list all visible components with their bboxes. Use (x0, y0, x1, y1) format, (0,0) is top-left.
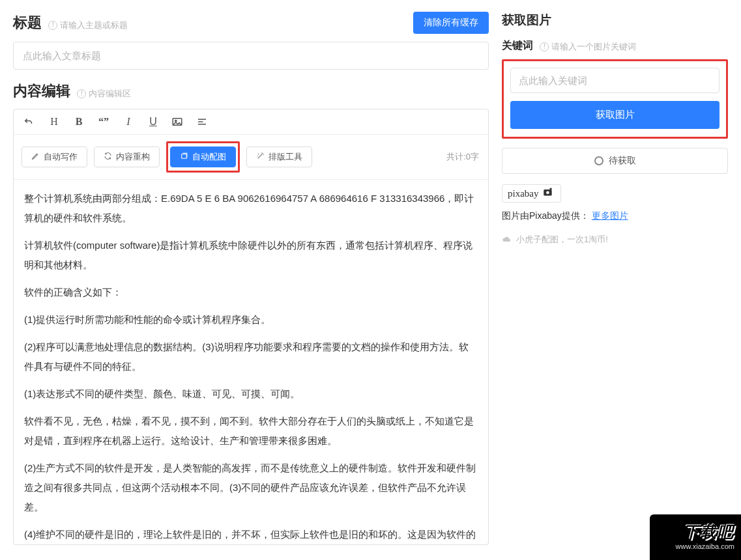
cloud-icon (502, 235, 512, 245)
article-title-input[interactable] (13, 42, 489, 70)
editor-paragraph: 计算机软件(computer software)是指计算机系统中除硬件以外的所有… (24, 236, 478, 275)
camera-icon (542, 188, 555, 199)
info-icon: ! (540, 42, 549, 51)
underline-icon[interactable]: U (147, 116, 160, 128)
info-icon: ! (77, 89, 86, 98)
image-icon[interactable] (171, 116, 184, 128)
content-hint: ! 内容编辑区 (77, 88, 131, 100)
editor-paragraph: (4)维护不同的硬件是旧的，理论上软件是旧的，并不坏，但实际上软件也是旧的和坏的… (24, 525, 478, 544)
title-heading: 标题 (13, 14, 42, 31)
clear-cache-button[interactable]: 清除所有缓存 (413, 12, 489, 34)
keyword-hint: ! 请输入一个图片关键词 (540, 41, 636, 53)
auto-write-button[interactable]: 自动写作 (22, 147, 87, 167)
pencil-icon (31, 152, 40, 162)
watermark: 下载吧 www.xiazaiba.com (650, 514, 741, 560)
align-left-icon[interactable] (196, 116, 209, 128)
title-hint: ! 请输入主题或标题 (48, 20, 128, 31)
editor-paragraph: (1)表达形式不同的硬件类型、颜色、味道、可见、可摸、可闻。 (24, 384, 478, 404)
provider-line: 图片由Pixabay提供： 更多图片 (502, 210, 728, 222)
undo-icon[interactable] (23, 116, 36, 128)
svg-rect-8 (550, 188, 552, 189)
info-icon: ! (48, 21, 57, 30)
svg-rect-5 (182, 154, 187, 159)
editor-paragraph: 软件的正确含义如下： (24, 283, 478, 302)
content-edit-heading: 内容编辑 (13, 83, 70, 99)
layout-tool-button[interactable]: 排版工具 (246, 147, 312, 167)
keyword-label: 关键词 (502, 40, 533, 51)
editor-paragraph: (1)提供运行时所需功能和性能的命令或计算机程序集合。 (24, 310, 478, 329)
more-images-link[interactable]: 更多图片 (592, 210, 628, 221)
editor-toolbar-formatting: H B “” I U (14, 109, 488, 135)
editor-paragraph: 软件看不见，无色，枯燥，看不见，摸不到，闻不到。软件大部分存在于人们的头脑或纸上… (24, 412, 478, 451)
svg-point-1 (175, 120, 177, 121)
editor-paragraph: (2)程序可以满意地处理信息的数据结构。(3)说明程序功能要求和程序需要的文档的… (24, 337, 478, 376)
pending-status[interactable]: 待获取 (502, 148, 728, 174)
svg-point-7 (547, 191, 550, 194)
editor-paragraph: 整个计算机系统由两部分组成：E.69DA 5 E 6 BA 9062616964… (24, 189, 478, 228)
word-count: 共计:0字 (446, 151, 479, 163)
editor-panel: H B “” I U 自动写作 (13, 109, 489, 545)
circle-icon (594, 156, 603, 165)
refresh-icon (104, 152, 112, 162)
pixabay-badge: pixabay (502, 184, 561, 203)
restructure-button[interactable]: 内容重构 (94, 147, 160, 167)
quote-icon[interactable]: “” (97, 116, 110, 128)
highlight-auto-image: 自动配图 (166, 141, 240, 173)
editor-content[interactable]: 整个计算机系统由两部分组成：E.69DA 5 E 6 BA 9062616964… (14, 180, 488, 544)
wand-icon (256, 152, 265, 162)
highlight-keyword-box: 获取图片 (502, 59, 728, 139)
editor-paragraph: (2)生产方式不同的软件是开发，是人类智能的高发挥，而不是传统意义上的硬件制造。… (24, 458, 478, 517)
get-image-heading: 获取图片 (502, 12, 551, 29)
bold-icon[interactable]: B (72, 116, 85, 128)
get-image-button[interactable]: 获取图片 (510, 101, 719, 129)
promo-line: 小虎子配图，一次1淘币! (502, 234, 728, 245)
italic-icon[interactable]: I (122, 116, 135, 128)
keyword-input[interactable] (510, 68, 719, 93)
editor-toolbar-actions: 自动写作 内容重构 自动配图 (14, 135, 488, 180)
image-stack-icon (180, 152, 188, 162)
heading-icon[interactable]: H (48, 116, 61, 128)
auto-image-button[interactable]: 自动配图 (170, 147, 236, 167)
